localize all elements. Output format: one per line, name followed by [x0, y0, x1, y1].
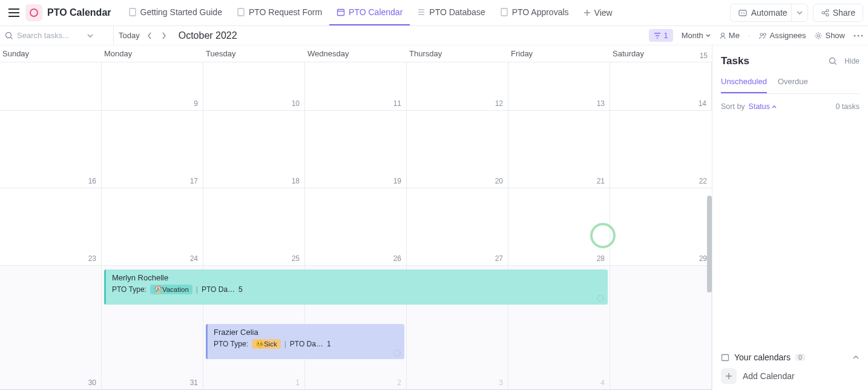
day-cell[interactable]: 22 — [610, 111, 712, 188]
separator: | — [196, 285, 198, 294]
day-cell[interactable] — [610, 266, 712, 389]
tab-pto-calendar[interactable]: PTO Calendar — [329, 0, 410, 25]
tab-pto-database[interactable]: PTO Database — [410, 0, 492, 25]
list-icon — [417, 8, 426, 16]
chevron-down-icon[interactable] — [87, 34, 93, 38]
filter-count: 1 — [663, 31, 668, 40]
dow-sun: Sunday — [0, 45, 102, 62]
day-cell[interactable]: 13 — [508, 62, 610, 110]
day-number: 10 — [292, 99, 300, 108]
day-cell[interactable]: 28 — [508, 188, 610, 265]
pto-days-value: 5 — [238, 285, 243, 294]
month-label: October 2022 — [179, 30, 237, 41]
svg-point-21 — [830, 58, 835, 64]
svg-point-11 — [6, 32, 12, 38]
share-button[interactable]: Share — [813, 4, 863, 22]
tab-request-form[interactable]: PTO Request Form — [229, 0, 329, 25]
day-cell[interactable]: 9 — [102, 62, 203, 110]
day-cell[interactable]: 24 — [102, 188, 203, 265]
show-button[interactable]: Show — [814, 31, 845, 40]
day-cell[interactable]: 23 — [0, 188, 102, 265]
today-button[interactable]: Today — [119, 31, 140, 40]
menu-button[interactable] — [5, 5, 23, 21]
main: Sunday Monday Tuesday Wednesday Thursday… — [0, 45, 868, 390]
day-cell[interactable]: 11 — [305, 62, 407, 110]
day-cell[interactable]: 29 — [610, 188, 712, 265]
side-head: Tasks Hide — [721, 55, 860, 67]
dow-row: Sunday Monday Tuesday Wednesday Thursday… — [0, 45, 712, 62]
day-cell[interactable]: 21 — [508, 111, 610, 188]
side-title: Tasks — [721, 55, 749, 67]
view-mode-select[interactable]: Month — [682, 31, 711, 40]
day-number: 13 — [597, 99, 605, 108]
add-calendar-button[interactable]: Add Calendar — [721, 368, 860, 384]
automate-button[interactable]: Automate — [730, 4, 808, 22]
tab-unscheduled[interactable]: Unscheduled — [721, 77, 767, 93]
toolbar: Today October 2022 1 Month Me · Assignee… — [0, 26, 868, 45]
day-number: 27 — [495, 254, 503, 263]
prev-month-button[interactable] — [145, 30, 154, 42]
search-icon[interactable] — [829, 57, 837, 65]
svg-point-15 — [817, 35, 820, 37]
sort-status-select[interactable]: Status — [749, 102, 777, 111]
day-cell[interactable]: 26 — [305, 188, 407, 265]
svg-rect-5 — [739, 10, 746, 16]
day-number: 25 — [292, 254, 300, 263]
me-filter[interactable]: Me — [719, 31, 740, 40]
day-number: 31 — [190, 378, 198, 387]
day-cell[interactable]: 30 — [0, 266, 102, 389]
svg-rect-2 — [238, 8, 244, 16]
day-cell[interactable]: 20 — [407, 111, 508, 188]
day-number: 20 — [495, 177, 503, 185]
your-calendars-label: Your calendars — [734, 352, 791, 362]
sort-status-label: Status — [749, 102, 770, 111]
search-wrap — [5, 26, 114, 45]
day-number: 4 — [600, 378, 605, 387]
day-number: 28 — [597, 254, 605, 263]
your-calendars-header[interactable]: Your calendars 0 — [721, 352, 860, 362]
event-sick[interactable]: Frazier Celia PTO Type: 🤒Sick | PTO Da… … — [206, 324, 404, 359]
event-name: Frazier Celia — [214, 328, 398, 337]
doc-icon — [500, 8, 508, 16]
event-vacation[interactable]: Merlyn Rochelle PTO Type: 🏖️Vacation | P… — [104, 269, 608, 305]
search-input[interactable] — [17, 31, 84, 40]
event-action-icon[interactable] — [393, 349, 401, 357]
chevron-up-icon[interactable] — [852, 355, 860, 360]
day-number: 17 — [190, 177, 198, 185]
event-meta: PTO Type: 🤒Sick | PTO Da… 1 — [214, 339, 398, 349]
assignees-filter[interactable]: Assignees — [758, 31, 806, 40]
add-view-button[interactable]: View — [576, 0, 620, 25]
day-cell[interactable]: 27 — [407, 188, 508, 265]
next-month-button[interactable] — [159, 30, 169, 42]
pto-type-label: PTO Type: — [112, 285, 146, 294]
day-cell[interactable]: 14 — [610, 62, 712, 110]
automate-caret[interactable] — [791, 4, 807, 21]
dow-sat: Saturday — [610, 45, 712, 62]
svg-point-20 — [394, 350, 400, 356]
tab-pto-approvals[interactable]: PTO Approvals — [493, 0, 576, 25]
doc-icon — [237, 8, 245, 16]
calendar-count-badge: 0 — [795, 354, 805, 361]
day-cell[interactable]: 17 — [102, 111, 203, 188]
plus-icon — [721, 368, 737, 384]
day-cell[interactable] — [0, 62, 102, 110]
tabs: Getting Started Guide PTO Request Form P… — [121, 0, 620, 25]
svg-rect-1 — [130, 8, 136, 16]
event-action-icon[interactable] — [597, 295, 604, 302]
filter-chip[interactable]: 1 — [649, 29, 672, 42]
tab-overdue[interactable]: Overdue — [778, 77, 808, 93]
day-cell[interactable]: 10 — [203, 62, 305, 110]
svg-point-10 — [826, 14, 829, 16]
more-button[interactable] — [853, 35, 863, 37]
day-cell[interactable]: 18 — [203, 111, 305, 188]
scrollbar[interactable] — [707, 196, 712, 292]
day-cell[interactable]: 25 — [203, 188, 305, 265]
day-cell[interactable]: 19 — [305, 111, 407, 188]
day-number: 23 — [88, 254, 96, 263]
day-number: 9 — [194, 99, 198, 108]
calendar-icon — [721, 353, 729, 362]
hide-button[interactable]: Hide — [844, 57, 860, 65]
tab-getting-started[interactable]: Getting Started Guide — [121, 0, 229, 25]
day-cell[interactable]: 16 — [0, 111, 102, 188]
day-cell[interactable]: 12 — [407, 62, 508, 110]
